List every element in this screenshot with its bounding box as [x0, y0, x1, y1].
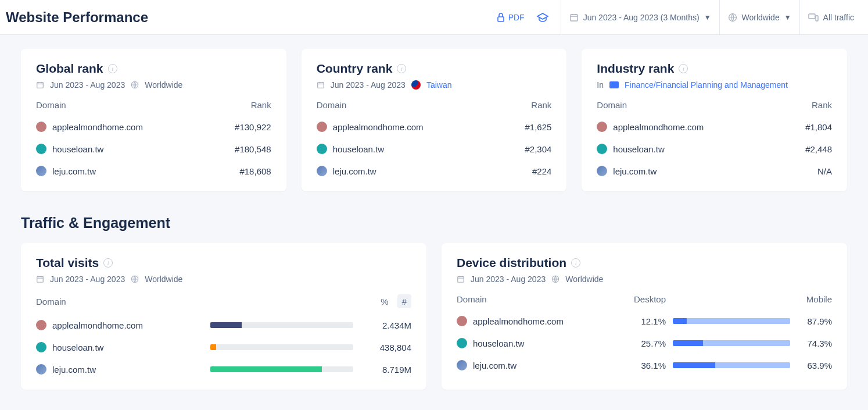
globe-icon	[131, 81, 139, 89]
domain-cell[interactable]: leju.com.tw	[457, 360, 631, 370]
rank-value: #1,804	[805, 122, 832, 132]
domain-cell[interactable]: applealmondhome.com	[317, 122, 424, 132]
table-row: leju.com.twN/A	[597, 166, 832, 176]
table-header: Domain Rank	[317, 100, 552, 110]
table-row: applealmondhome.com#1,804	[597, 122, 832, 132]
region-label: Worldwide	[742, 13, 780, 22]
domain-cell[interactable]: houseloan.tw	[457, 338, 631, 348]
scope-text: Worldwide	[145, 80, 182, 90]
date-text: Jun 2023 - Aug 2023	[471, 274, 546, 284]
title-text: Total visits	[36, 256, 99, 270]
svg-rect-4	[816, 16, 818, 21]
traffic-filter[interactable]: All traffic	[799, 0, 862, 35]
domain-cell[interactable]: houseloan.tw	[597, 144, 664, 154]
table-row: houseloan.tw 25.7% 74.3%	[457, 338, 832, 348]
view-toggles: % #	[378, 294, 411, 308]
col-domain: Domain	[457, 294, 631, 304]
section-title: Traffic & Engagement	[21, 215, 847, 231]
domain-cell[interactable]: applealmondhome.com	[36, 320, 210, 330]
col-domain: Domain	[317, 100, 347, 110]
region-filter[interactable]: Worldwide ▼	[719, 0, 799, 35]
date-range-label: Jun 2023 - Aug 2023 (3 Months)	[583, 13, 700, 22]
info-icon[interactable]: i	[571, 258, 580, 268]
engagement-row: Total visits i Jun 2023 - Aug 2023 World…	[21, 243, 847, 390]
value-text: 2.434M	[365, 320, 411, 330]
rank-value: #2,448	[805, 144, 832, 154]
rank-value: #130,922	[235, 122, 271, 132]
desktop-value: 25.7%	[631, 338, 666, 348]
domain-cell[interactable]: applealmondhome.com	[597, 122, 704, 132]
table-header: Domain Rank	[597, 100, 832, 110]
bar-cell	[210, 344, 365, 350]
table-row: leju.com.tw 36.1% 63.9%	[457, 360, 832, 370]
rank-value: #224	[532, 166, 551, 176]
industry-rank-card: Industry rank i In Finance/Financial Pla…	[582, 49, 847, 191]
table-row: applealmondhome.com#130,922	[36, 122, 271, 132]
desktop-bar	[673, 340, 703, 346]
col-domain: Domain	[597, 100, 627, 110]
bar-track	[210, 366, 353, 372]
info-icon[interactable]: i	[103, 258, 113, 268]
bar-cell	[666, 362, 797, 368]
info-icon[interactable]: i	[108, 64, 117, 73]
domain-cell[interactable]: applealmondhome.com	[457, 316, 631, 326]
card-title: Device distribution i	[457, 256, 832, 270]
title-text: Global rank	[36, 62, 103, 76]
domain-text: applealmondhome.com	[613, 122, 704, 132]
favicon-icon	[457, 360, 467, 370]
domain-cell[interactable]: leju.com.tw	[597, 166, 657, 176]
category-link[interactable]: Finance/Financial Planning and Managemen…	[625, 80, 788, 90]
table-row: houseloan.tw#2,448	[597, 144, 832, 154]
title-text: Country rank	[317, 62, 393, 76]
bar-cell	[666, 318, 797, 324]
chevron-down-icon: ▼	[704, 13, 711, 22]
domain-cell[interactable]: houseloan.tw	[36, 342, 210, 352]
card-subtitle: In Finance/Financial Planning and Manage…	[597, 80, 832, 90]
favicon-icon	[36, 122, 46, 132]
export-pdf-button[interactable]: PDF	[497, 13, 525, 22]
domain-text: houseloan.tw	[52, 144, 103, 154]
table-header: Domain Desktop Mobile	[457, 294, 832, 304]
info-icon[interactable]: i	[679, 64, 688, 73]
card-title: Total visits i	[36, 256, 411, 270]
domain-cell[interactable]: leju.com.tw	[36, 166, 96, 176]
bar-fill	[210, 344, 216, 350]
favicon-icon	[597, 144, 607, 154]
mobile-value: 87.9%	[797, 316, 832, 326]
globe-icon	[551, 275, 559, 283]
globe-icon	[131, 275, 139, 283]
svg-rect-3	[809, 14, 815, 19]
number-toggle[interactable]: #	[397, 294, 411, 308]
col-rank: Rank	[812, 100, 832, 110]
table-header: Domain % #	[36, 294, 411, 308]
value-text: 438,804	[365, 343, 411, 352]
mobile-bar	[715, 362, 790, 368]
domain-cell[interactable]: leju.com.tw	[36, 364, 210, 375]
value-text: 8.719M	[365, 365, 411, 375]
country-link[interactable]: Taiwan	[426, 80, 452, 90]
domain-text: applealmondhome.com	[52, 122, 143, 132]
top-bar: Website Performance PDF Jun 2023 - Aug 2…	[0, 0, 868, 35]
domain-cell[interactable]: houseloan.tw	[36, 144, 103, 154]
info-icon[interactable]: i	[397, 64, 406, 73]
page-title: Website Performance	[6, 9, 497, 26]
device-distribution-card: Device distribution i Jun 2023 - Aug 202…	[442, 243, 847, 390]
domain-text: leju.com.tw	[613, 166, 657, 176]
content: Global rank i Jun 2023 - Aug 2023 Worldw…	[0, 35, 868, 404]
date-range-filter[interactable]: Jun 2023 - Aug 2023 (3 Months) ▼	[561, 0, 719, 35]
table-header: Domain Rank	[36, 100, 271, 110]
split-bar	[673, 318, 790, 324]
rank-value: #1,625	[525, 122, 551, 132]
percent-toggle[interactable]: %	[378, 294, 392, 308]
domain-cell[interactable]: leju.com.tw	[317, 166, 376, 176]
global-rank-card: Global rank i Jun 2023 - Aug 2023 Worldw…	[21, 49, 286, 191]
calendar-icon	[569, 13, 579, 22]
domain-text: houseloan.tw	[613, 144, 664, 154]
col-mobile: Mobile	[797, 294, 832, 304]
favicon-icon	[36, 364, 46, 375]
card-subtitle: Jun 2023 - Aug 2023 Worldwide	[457, 274, 832, 284]
domain-cell[interactable]: houseloan.tw	[317, 144, 384, 154]
graduation-cap-icon[interactable]	[536, 12, 549, 23]
favicon-icon	[317, 166, 327, 176]
domain-cell[interactable]: applealmondhome.com	[36, 122, 143, 132]
